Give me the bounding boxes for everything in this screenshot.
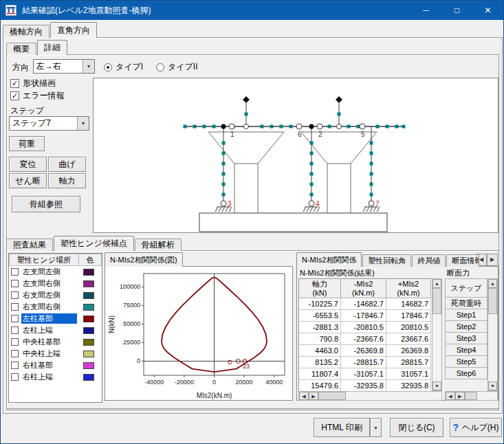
table-vscrollbar[interactable]: ▲ ▼ (432, 278, 442, 391)
table-row[interactable]: -6553.5-17846.717846.7 (299, 310, 432, 322)
hinge-checkbox[interactable] (11, 268, 19, 276)
tab-section-info[interactable]: 断面情報 (446, 254, 479, 267)
print-dropdown-button[interactable]: ▼ (370, 418, 382, 437)
hinge-checkbox[interactable] (11, 315, 19, 322)
step-row-cell[interactable]: 死荷重時 (445, 298, 487, 309)
scroll-right-icon[interactable]: ▶ (455, 392, 465, 400)
scrollbar-track[interactable] (465, 392, 497, 400)
hinge-checkbox[interactable] (11, 373, 19, 381)
scrollbar-track[interactable] (432, 288, 441, 381)
scrollbar-track[interactable] (488, 288, 497, 381)
scrollbar-track[interactable] (318, 392, 441, 400)
hinge-row-label[interactable]: 中央柱上端 (21, 348, 77, 359)
scroll-down-icon[interactable]: ▼ (432, 381, 441, 390)
hinge-row[interactable]: 中央柱基部 (9, 336, 102, 348)
scroll-up-icon[interactable]: ▲ (432, 279, 441, 288)
type2-radio[interactable]: タイプII (156, 61, 198, 73)
hinge-row[interactable]: 右支間右側 (9, 301, 102, 313)
hinge-row-label[interactable]: 左柱基部 (21, 313, 77, 324)
scrollbar-thumb[interactable] (465, 392, 477, 400)
hinge-row[interactable]: 中央柱上端 (9, 348, 102, 359)
load-button[interactable]: 荷重 (9, 136, 45, 151)
tab-bridge-axis[interactable]: 橋軸方向 (3, 25, 50, 38)
table-row[interactable]: 8135.2-28815.728815.7 (299, 357, 432, 368)
step-row-cell[interactable]: Step4 (445, 344, 487, 356)
hinge-checkbox[interactable] (11, 338, 19, 346)
steps-hscrollbar[interactable]: ◀ ▶ (445, 391, 498, 401)
hinge-row-label[interactable]: 右支間右側 (21, 302, 77, 312)
displacement-button[interactable]: 変位 (9, 157, 47, 172)
table-row[interactable]: 11807.4-31057.131057.1 (299, 368, 432, 380)
scrollbar-thumb[interactable] (488, 288, 497, 314)
hinge-row-label[interactable]: 右柱基部 (21, 360, 77, 370)
tab-ultimate-value[interactable]: 終局値 (412, 254, 446, 267)
tab-nm-relation[interactable]: N-MIs2相関関係 (296, 252, 362, 267)
hinge-row[interactable]: 右柱基部 (9, 359, 102, 371)
table-row[interactable]: 15479.6-32935.832935.8 (299, 380, 432, 392)
tab-nm-chart[interactable]: N-MIs2相関関係(図) (105, 252, 183, 267)
hinge-row-label[interactable]: 中央柱基部 (21, 337, 77, 347)
tab-plastic-hinge[interactable]: 塑性ヒンジ候補点 (54, 236, 134, 251)
close-button[interactable]: 閉じる(C) (390, 418, 443, 437)
type1-radio[interactable]: タイプI (104, 61, 143, 73)
step-row-cell[interactable]: Step1 (445, 309, 487, 321)
chevron-down-icon[interactable]: ▼ (77, 117, 89, 130)
tab-scroll-right-icon[interactable]: ▶ (487, 254, 498, 266)
error-info-checkbox[interactable]: ✓エラー情報 (10, 90, 65, 102)
hinge-row[interactable]: 右支間左側 (9, 289, 102, 301)
structure-diagram[interactable]: 1625347 (94, 78, 498, 232)
hinge-row-label[interactable]: 左柱上端 (21, 325, 77, 335)
scrollbar-thumb[interactable] (318, 392, 346, 400)
tab-check-result[interactable]: 照査結果 (6, 238, 53, 251)
direction-select[interactable]: 左→右 ▼ (33, 59, 95, 74)
step-row-cell[interactable]: Step6 (445, 368, 487, 379)
hinge-checkbox[interactable] (11, 350, 19, 357)
hinge-checkbox[interactable] (11, 362, 19, 369)
scroll-up-icon[interactable]: ▲ (488, 279, 497, 288)
hinge-row-label[interactable]: 左支間左側 (21, 267, 77, 277)
hinge-row[interactable]: 左柱基部 (9, 313, 102, 324)
step-row-cell[interactable]: Step2 (445, 321, 487, 333)
maximize-icon[interactable]: □ (441, 1, 472, 20)
step-row-cell[interactable]: Step3 (445, 333, 487, 344)
table-hscrollbar[interactable]: ◀ ▶ (298, 391, 442, 401)
hinge-row-label[interactable]: 右支間左側 (21, 290, 77, 300)
scroll-down-icon[interactable]: ▼ (488, 381, 497, 390)
step-row-cell[interactable]: Step5 (445, 356, 487, 368)
frame-reference-button[interactable]: 骨組参照 (12, 196, 80, 212)
tab-detail[interactable]: 詳細 (37, 40, 67, 55)
bending-button[interactable]: 曲げ (48, 157, 86, 172)
hinge-checkbox[interactable] (11, 280, 19, 287)
tab-frame-analysis[interactable]: 骨組解析 (135, 238, 182, 251)
table-row[interactable]: -2881.3-20810.520810.5 (299, 322, 432, 333)
scrollbar-thumb[interactable] (432, 288, 441, 314)
minimize-icon[interactable]: ─ (410, 1, 441, 20)
hinge-row[interactable]: 左支間左側 (9, 266, 102, 278)
scroll-right-icon[interactable]: ▶ (309, 392, 318, 400)
table-row[interactable]: -10225.7-14682.714682.7 (299, 298, 432, 310)
steps-vscrollbar[interactable]: ▲ ▼ (487, 278, 498, 391)
hinge-row-label[interactable]: 左支間右側 (21, 278, 77, 289)
shape-draw-checkbox[interactable]: ✓形状描画 (10, 78, 56, 89)
shear-button[interactable]: せん断 (9, 173, 47, 188)
scroll-left-icon[interactable]: ◀ (446, 392, 455, 400)
hinge-row[interactable]: 左柱上端 (9, 324, 102, 336)
tab-overview[interactable]: 概要 (6, 43, 36, 55)
close-icon[interactable]: ✕ (472, 1, 503, 20)
hinge-checkbox[interactable] (11, 291, 19, 299)
hinge-row-label[interactable]: 右柱上端 (21, 372, 77, 382)
table-row[interactable]: 4463.0-26369.826369.8 (299, 345, 432, 357)
hinge-checkbox[interactable] (11, 303, 19, 311)
hinge-row[interactable]: 左支間右側 (9, 278, 102, 289)
tab-perpendicular[interactable]: 直角方向 (50, 22, 97, 38)
hinge-row[interactable]: 右柱上端 (9, 371, 102, 383)
drawing-area[interactable]: 1625347 (93, 78, 498, 233)
help-button[interactable]: ? ヘルプ(H) (450, 418, 502, 437)
html-print-button[interactable]: HTML 印刷 (314, 418, 370, 437)
hinge-checkbox[interactable] (11, 326, 19, 334)
axial-button[interactable]: 軸力 (48, 173, 86, 188)
table-row[interactable]: 790.8-23667.623667.6 (299, 333, 432, 345)
tab-plastic-rotation[interactable]: 塑性回転角 (362, 254, 411, 267)
step-select[interactable]: ステップ7 ▼ (9, 116, 89, 131)
chevron-down-icon[interactable]: ▼ (83, 60, 94, 73)
